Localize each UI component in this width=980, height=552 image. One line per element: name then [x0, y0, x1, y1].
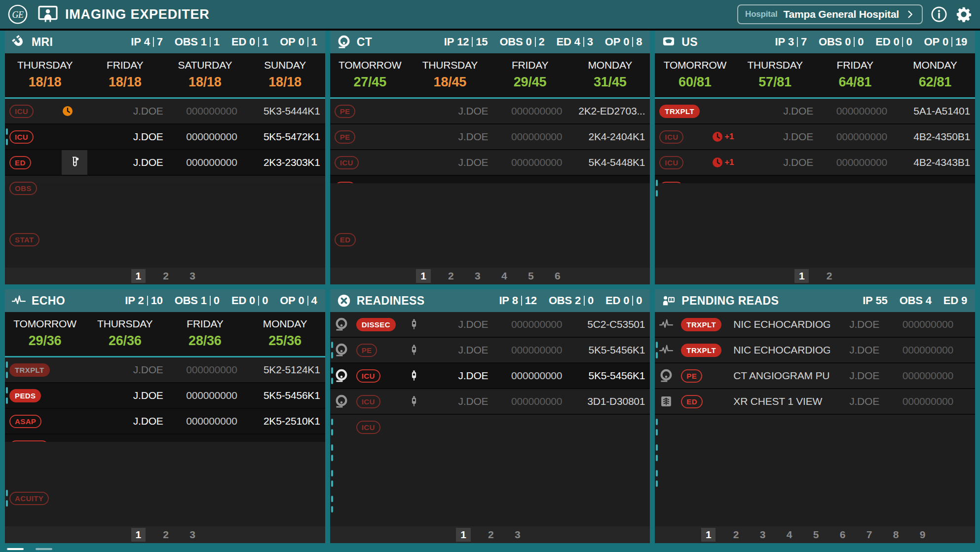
stat-op: OP019 [924, 36, 967, 48]
row-priority-tick [655, 363, 659, 388]
page-1[interactable]: 1 [416, 269, 430, 283]
patient-mrn: 000000000 [488, 344, 562, 356]
patient-row[interactable]: ICUJ.DOE0000000005K3-5444K1 [5, 99, 325, 124]
patient-row[interactable]: ICU+1J.DOE0000000004B2-4350B1 [655, 124, 975, 150]
page-4[interactable]: 4 [783, 529, 795, 541]
stat-value: 12 [525, 294, 537, 307]
day-slots-value: 62/81 [895, 75, 975, 90]
badge-trxplt: TRXPLT [681, 318, 721, 331]
page-3[interactable]: 3 [756, 529, 769, 541]
page-8[interactable]: 8 [889, 529, 902, 541]
stat-ip: IP55 [863, 294, 887, 307]
pagination-readiness: 123 [330, 526, 650, 543]
page-1[interactable]: 1 [456, 528, 470, 542]
us-icon [662, 35, 676, 49]
patient-row[interactable]: EDXR CHEST 1 VIEWJ.DOE000000000 [655, 389, 975, 415]
patient-name: J.DOE [764, 157, 813, 168]
page-7[interactable]: 7 [863, 529, 875, 541]
badge-column: DISSEC [356, 318, 409, 331]
patient-row[interactable]: TRXPLTJ.DOE0000000005K2-5124K1 [5, 357, 325, 383]
settings-gear-button[interactable] [955, 6, 972, 23]
stat-value: 0 [623, 36, 629, 48]
day-header: THURSDAY18/18FRIDAY18/18SATURDAY18/18SUN… [5, 53, 325, 99]
day-column: MONDAY31/45 [570, 59, 650, 97]
patient-row[interactable]: EDJ.DOE0000000002K3-2303K1 [5, 150, 325, 176]
patient-row[interactable]: PEJ.DOE0000000002K2-ED2703... [330, 99, 650, 124]
study-name: NIC ECHOCARDIOG.. [733, 318, 830, 330]
page-1[interactable]: 1 [131, 269, 146, 283]
row-priority-tick [5, 486, 9, 511]
accession-number: 5K3-5444K1 [237, 105, 325, 117]
stat-value: 0 [249, 36, 255, 48]
page-1[interactable]: 1 [794, 269, 809, 283]
badge-column: PE [335, 130, 387, 144]
patient-row[interactable]: ASAPJ.DOE0000000002K5-2510K1 [5, 409, 325, 434]
page-2[interactable]: 2 [445, 270, 457, 282]
hospital-selector[interactable]: Hospital Tampa General Hospital [737, 4, 923, 24]
patient-row[interactable]: PEJ.DOE0000000005K5-5456K1 [330, 338, 650, 363]
panel-header-mri: MRIIP47OBS11ED01OP01 [5, 31, 325, 53]
stat-label: ED [943, 294, 958, 307]
panel-stats: IP210OBS10ED00OP04 [125, 294, 318, 307]
page-1[interactable]: 1 [131, 528, 146, 542]
day-label: FRIDAY [85, 59, 165, 71]
day-column: TOMORROW27/45 [330, 59, 410, 97]
patient-row[interactable]: ICUJ.DOE0000000005K5-5472K1 [5, 124, 325, 150]
day-label: SATURDAY [165, 59, 245, 71]
page-2[interactable]: 2 [823, 270, 835, 282]
xr-modality-icon [659, 394, 681, 408]
day-label: THURSDAY [410, 59, 490, 71]
stat-obs: OBS11 [175, 36, 220, 48]
page-3[interactable]: 3 [511, 529, 524, 541]
page-6[interactable]: 6 [836, 529, 849, 541]
page-2[interactable]: 2 [729, 529, 742, 541]
row-priority-tick [5, 357, 9, 382]
study-name: XR CHEST 1 VIEW [733, 395, 830, 407]
stat-divider [632, 296, 633, 306]
panel-echo: ECHOIP210OBS10ED00OP04TOMORROW29/36THURS… [5, 289, 325, 543]
ct-modality-icon [335, 369, 356, 383]
badge-stat: STAT [9, 233, 39, 246]
info-button[interactable] [931, 6, 947, 23]
day-label: FRIDAY [490, 59, 570, 71]
page-2[interactable]: 2 [159, 270, 172, 282]
page-3[interactable]: 3 [186, 270, 199, 282]
panel-title: MRI [32, 36, 53, 49]
patient-row[interactable]: ICU+1J.DOE0000000004B2-4343B1 [655, 150, 975, 176]
badge-column: TRXPLT [9, 363, 62, 377]
panel-stats: IP55OBS4ED9 [863, 294, 968, 307]
page-2[interactable]: 2 [485, 529, 497, 541]
patient-row[interactable]: TRXPLTNIC ECHOCARDIOG..J.DOE000000000 [655, 312, 975, 338]
stat-obs: OBS4 [900, 294, 932, 307]
patient-row[interactable]: PEJ.DOE0000000002K4-2404K1 [330, 124, 650, 150]
patient-row[interactable]: TRXPLTJ.DOE0000000005A1-A51401 [655, 99, 975, 124]
page-2[interactable]: 2 [159, 529, 172, 541]
patient-row[interactable]: ICUJ.DOE0000000005K4-5448K1 [330, 150, 650, 176]
chevron-right-icon [905, 9, 915, 19]
patient-row[interactable]: PEDSJ.DOE0000000005K5-5456K1 [5, 383, 325, 409]
page-3[interactable]: 3 [186, 529, 199, 541]
badge-column: PE [681, 369, 733, 383]
patient-row[interactable]: ICUJ.DOE0000000003D1-D30801 [330, 389, 650, 415]
row-priority-tick [5, 460, 9, 485]
page-4[interactable]: 4 [498, 270, 511, 282]
stat-obs: OBS02 [499, 36, 544, 48]
patient-row[interactable]: DISSECJ.DOE0000000005C2-C53501 [330, 312, 650, 338]
ge-logo-icon: GE [8, 4, 28, 24]
patient-mrn: 000000000 [813, 105, 887, 117]
patient-row[interactable]: ICUJ.DOE0000000005K5-5456K1 [330, 363, 650, 389]
patient-row[interactable]: TRXPLTNIC ECHOCARDIOG..J.DOE000000000 [655, 338, 975, 363]
page-5[interactable]: 5 [525, 270, 537, 282]
patient-row[interactable]: PECT ANGIOGRAM PU..J.DOE000000000 [655, 363, 975, 389]
row-priority-tick [330, 150, 335, 175]
row-priority-tick [330, 176, 335, 200]
page-3[interactable]: 3 [471, 270, 484, 282]
page-6[interactable]: 6 [551, 270, 564, 282]
page-1[interactable]: 1 [701, 528, 716, 542]
day-column: FRIDAY64/81 [815, 59, 895, 97]
stat-divider [307, 296, 308, 306]
page-9[interactable]: 9 [916, 529, 929, 541]
page-5[interactable]: 5 [809, 529, 822, 541]
day-column: TOMORROW60/81 [655, 59, 735, 97]
row-priority-tick [330, 227, 335, 252]
